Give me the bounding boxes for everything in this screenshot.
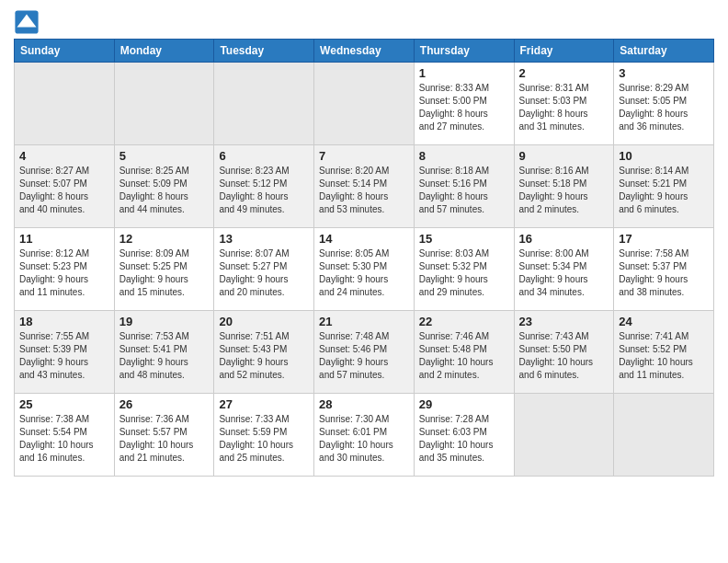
calendar-week-4: 18Sunrise: 7:55 AM Sunset: 5:39 PM Dayli… xyxy=(15,311,714,394)
day-number: 14 xyxy=(319,232,409,246)
day-info: Sunrise: 7:46 AM Sunset: 5:48 PM Dayligh… xyxy=(419,330,509,382)
day-info: Sunrise: 8:25 AM Sunset: 5:09 PM Dayligh… xyxy=(119,165,210,216)
day-info: Sunrise: 7:48 AM Sunset: 5:46 PM Dayligh… xyxy=(319,330,409,382)
calendar-cell: 14Sunrise: 8:05 AM Sunset: 5:30 PM Dayli… xyxy=(314,228,415,311)
day-info: Sunrise: 8:16 AM Sunset: 5:18 PM Dayligh… xyxy=(519,165,609,216)
day-number: 15 xyxy=(419,232,509,246)
day-number: 12 xyxy=(119,232,210,246)
day-info: Sunrise: 7:41 AM Sunset: 5:52 PM Dayligh… xyxy=(619,330,709,382)
day-info: Sunrise: 7:36 AM Sunset: 5:57 PM Dayligh… xyxy=(119,413,210,465)
calendar-cell: 4Sunrise: 8:27 AM Sunset: 5:07 PM Daylig… xyxy=(15,145,115,228)
header-wednesday: Wednesday xyxy=(314,40,415,63)
header-friday: Friday xyxy=(514,40,614,63)
calendar-cell: 8Sunrise: 8:18 AM Sunset: 5:16 PM Daylig… xyxy=(414,145,514,228)
calendar-cell xyxy=(514,394,614,477)
day-number: 5 xyxy=(119,149,210,163)
day-number: 28 xyxy=(319,397,409,411)
calendar-cell: 16Sunrise: 8:00 AM Sunset: 5:34 PM Dayli… xyxy=(514,228,614,311)
calendar-cell: 9Sunrise: 8:16 AM Sunset: 5:18 PM Daylig… xyxy=(514,145,614,228)
calendar-cell: 6Sunrise: 8:23 AM Sunset: 5:12 PM Daylig… xyxy=(214,145,314,228)
calendar-cell: 3Sunrise: 8:29 AM Sunset: 5:05 PM Daylig… xyxy=(614,63,714,145)
calendar-cell: 21Sunrise: 7:48 AM Sunset: 5:46 PM Dayli… xyxy=(314,311,415,394)
calendar-cell: 18Sunrise: 7:55 AM Sunset: 5:39 PM Dayli… xyxy=(15,311,115,394)
day-info: Sunrise: 8:05 AM Sunset: 5:30 PM Dayligh… xyxy=(319,247,409,299)
calendar-cell: 28Sunrise: 7:30 AM Sunset: 6:01 PM Dayli… xyxy=(314,394,415,477)
day-info: Sunrise: 8:00 AM Sunset: 5:34 PM Dayligh… xyxy=(519,247,609,299)
day-number: 23 xyxy=(519,315,609,328)
day-info: Sunrise: 7:51 AM Sunset: 5:43 PM Dayligh… xyxy=(219,330,309,382)
calendar-header-row: SundayMondayTuesdayWednesdayThursdayFrid… xyxy=(15,40,714,63)
day-number: 25 xyxy=(19,397,109,411)
day-info: Sunrise: 7:30 AM Sunset: 6:01 PM Dayligh… xyxy=(319,413,409,465)
calendar-cell: 2Sunrise: 8:31 AM Sunset: 5:03 PM Daylig… xyxy=(514,63,614,145)
calendar-cell: 27Sunrise: 7:33 AM Sunset: 5:59 PM Dayli… xyxy=(214,394,314,477)
day-number: 18 xyxy=(19,315,109,328)
day-info: Sunrise: 8:27 AM Sunset: 5:07 PM Dayligh… xyxy=(19,165,109,216)
day-info: Sunrise: 8:31 AM Sunset: 5:03 PM Dayligh… xyxy=(519,82,609,133)
calendar-cell xyxy=(314,63,415,145)
day-info: Sunrise: 8:20 AM Sunset: 5:14 PM Dayligh… xyxy=(319,165,409,216)
calendar-cell: 1Sunrise: 8:33 AM Sunset: 5:00 PM Daylig… xyxy=(414,63,514,145)
day-number: 21 xyxy=(319,315,409,328)
day-info: Sunrise: 7:55 AM Sunset: 5:39 PM Dayligh… xyxy=(19,330,109,382)
day-number: 7 xyxy=(319,149,409,163)
day-number: 13 xyxy=(219,232,309,246)
calendar-cell: 12Sunrise: 8:09 AM Sunset: 5:25 PM Dayli… xyxy=(114,228,214,311)
day-number: 29 xyxy=(419,397,509,411)
day-info: Sunrise: 8:09 AM Sunset: 5:25 PM Dayligh… xyxy=(119,247,210,299)
day-info: Sunrise: 7:53 AM Sunset: 5:41 PM Dayligh… xyxy=(119,330,210,382)
calendar-cell: 22Sunrise: 7:46 AM Sunset: 5:48 PM Dayli… xyxy=(414,311,514,394)
day-info: Sunrise: 8:33 AM Sunset: 5:00 PM Dayligh… xyxy=(419,82,509,133)
calendar-cell xyxy=(114,63,214,145)
day-info: Sunrise: 8:18 AM Sunset: 5:16 PM Dayligh… xyxy=(419,165,509,216)
day-number: 19 xyxy=(119,315,210,328)
page-header xyxy=(14,9,714,35)
day-number: 16 xyxy=(519,232,609,246)
calendar-cell xyxy=(214,63,314,145)
calendar-week-3: 11Sunrise: 8:12 AM Sunset: 5:23 PM Dayli… xyxy=(15,228,714,311)
calendar-week-1: 1Sunrise: 8:33 AM Sunset: 5:00 PM Daylig… xyxy=(15,63,714,145)
day-info: Sunrise: 7:28 AM Sunset: 6:03 PM Dayligh… xyxy=(419,413,509,465)
calendar-cell: 13Sunrise: 8:07 AM Sunset: 5:27 PM Dayli… xyxy=(214,228,314,311)
calendar-cell: 11Sunrise: 8:12 AM Sunset: 5:23 PM Dayli… xyxy=(15,228,115,311)
calendar-cell xyxy=(15,63,115,145)
day-info: Sunrise: 7:33 AM Sunset: 5:59 PM Dayligh… xyxy=(219,413,309,465)
day-info: Sunrise: 7:38 AM Sunset: 5:54 PM Dayligh… xyxy=(19,413,109,465)
day-number: 11 xyxy=(19,232,109,246)
day-number: 9 xyxy=(519,149,609,163)
calendar-cell: 10Sunrise: 8:14 AM Sunset: 5:21 PM Dayli… xyxy=(614,145,714,228)
calendar-cell: 29Sunrise: 7:28 AM Sunset: 6:03 PM Dayli… xyxy=(414,394,514,477)
header-thursday: Thursday xyxy=(414,40,514,63)
day-number: 27 xyxy=(219,397,309,411)
header-sunday: Sunday xyxy=(15,40,115,63)
day-number: 3 xyxy=(619,66,709,80)
day-info: Sunrise: 8:23 AM Sunset: 5:12 PM Dayligh… xyxy=(219,165,309,216)
day-number: 22 xyxy=(419,315,509,328)
day-number: 10 xyxy=(619,149,709,163)
header-tuesday: Tuesday xyxy=(214,40,314,63)
calendar-cell: 19Sunrise: 7:53 AM Sunset: 5:41 PM Dayli… xyxy=(114,311,214,394)
day-info: Sunrise: 7:58 AM Sunset: 5:37 PM Dayligh… xyxy=(619,247,709,299)
day-number: 24 xyxy=(619,315,709,328)
day-number: 26 xyxy=(119,397,210,411)
calendar-table: SundayMondayTuesdayWednesdayThursdayFrid… xyxy=(14,39,714,477)
day-info: Sunrise: 8:03 AM Sunset: 5:32 PM Dayligh… xyxy=(419,247,509,299)
calendar-cell: 24Sunrise: 7:41 AM Sunset: 5:52 PM Dayli… xyxy=(614,311,714,394)
day-info: Sunrise: 8:29 AM Sunset: 5:05 PM Dayligh… xyxy=(619,82,709,133)
calendar-week-5: 25Sunrise: 7:38 AM Sunset: 5:54 PM Dayli… xyxy=(15,394,714,477)
day-info: Sunrise: 8:12 AM Sunset: 5:23 PM Dayligh… xyxy=(19,247,109,299)
logo xyxy=(14,9,43,35)
header-monday: Monday xyxy=(114,40,214,63)
calendar-cell: 20Sunrise: 7:51 AM Sunset: 5:43 PM Dayli… xyxy=(214,311,314,394)
day-number: 17 xyxy=(619,232,709,246)
calendar-cell: 5Sunrise: 8:25 AM Sunset: 5:09 PM Daylig… xyxy=(114,145,214,228)
day-info: Sunrise: 8:07 AM Sunset: 5:27 PM Dayligh… xyxy=(219,247,309,299)
calendar-cell: 23Sunrise: 7:43 AM Sunset: 5:50 PM Dayli… xyxy=(514,311,614,394)
calendar-cell: 17Sunrise: 7:58 AM Sunset: 5:37 PM Dayli… xyxy=(614,228,714,311)
logo-icon xyxy=(14,9,40,35)
calendar-cell: 25Sunrise: 7:38 AM Sunset: 5:54 PM Dayli… xyxy=(15,394,115,477)
day-number: 8 xyxy=(419,149,509,163)
calendar-cell: 26Sunrise: 7:36 AM Sunset: 5:57 PM Dayli… xyxy=(114,394,214,477)
day-number: 1 xyxy=(419,66,509,80)
day-info: Sunrise: 8:14 AM Sunset: 5:21 PM Dayligh… xyxy=(619,165,709,216)
